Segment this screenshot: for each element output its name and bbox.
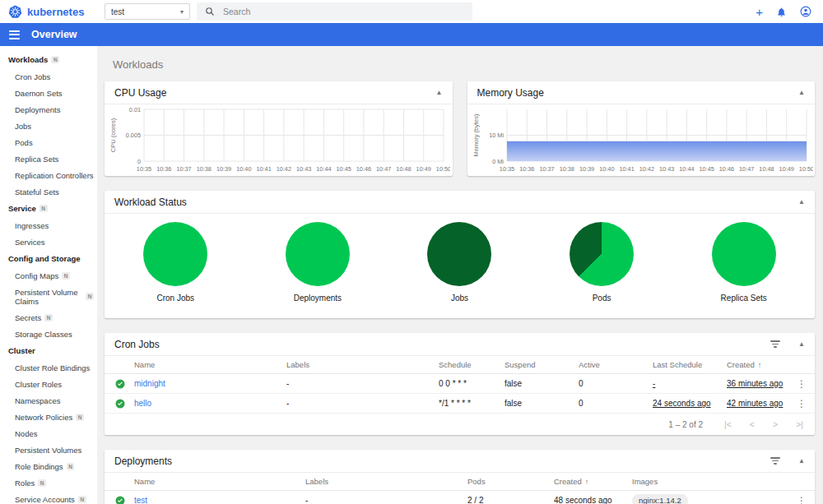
- pie-chart-cron-jobs[interactable]: [143, 222, 207, 286]
- column-header-images[interactable]: Images: [632, 477, 793, 486]
- namespaced-badge: N: [78, 496, 86, 503]
- sidebar-item-service-accounts[interactable]: Service AccountsN: [0, 491, 97, 504]
- sidebar-item-daemon-sets[interactable]: Daemon Sets: [0, 85, 97, 101]
- sort-arrow-icon: ↑: [585, 478, 589, 486]
- sidebar-item-label: Daemon Sets: [15, 89, 63, 98]
- cell-active: 0: [579, 379, 653, 388]
- column-header-last-schedule[interactable]: Last Schedule: [653, 360, 727, 369]
- sidebar-item-label: Replication Controllers: [15, 171, 94, 180]
- column-header-labels[interactable]: Labels: [305, 477, 467, 486]
- column-header-schedule[interactable]: Schedule: [439, 360, 504, 369]
- first-page-icon[interactable]: |<: [724, 419, 732, 429]
- sidebar-nav: WorkloadsNCron JobsDaemon SetsDeployment…: [0, 46, 97, 504]
- cronjob-name-link[interactable]: hello: [134, 399, 151, 408]
- sidebar-item-label: Config Maps: [15, 271, 58, 280]
- sidebar-item-services[interactable]: Services: [0, 234, 97, 250]
- sidebar-section-cluster[interactable]: Cluster: [0, 342, 97, 359]
- svg-text:10:36: 10:36: [156, 165, 171, 173]
- column-header-name[interactable]: Name: [134, 360, 286, 369]
- last-schedule-value[interactable]: 24 seconds ago: [653, 399, 711, 408]
- sidebar-section-workloads[interactable]: WorkloadsN: [0, 51, 97, 68]
- column-header-suspend[interactable]: Suspend: [504, 360, 579, 369]
- kubernetes-logo[interactable]: kubernetes: [0, 5, 97, 19]
- sidebar-item-role-bindings[interactable]: Role BindingsN: [0, 458, 97, 474]
- last-page-icon[interactable]: >|: [796, 419, 803, 429]
- column-header-name[interactable]: Name: [134, 477, 305, 486]
- page-header-title: Overview: [31, 29, 77, 40]
- notifications-bell-icon[interactable]: [776, 7, 787, 17]
- created-value[interactable]: 42 minutes ago: [727, 399, 783, 408]
- user-account-icon[interactable]: [800, 6, 811, 17]
- svg-text:10:46: 10:46: [356, 165, 371, 173]
- previous-page-icon[interactable]: <: [750, 419, 755, 429]
- sidebar-item-cron-jobs[interactable]: Cron Jobs: [0, 68, 97, 85]
- svg-text:10:42: 10:42: [639, 165, 653, 173]
- sidebar-item-persistent-volume-claims[interactable]: Persistent Volume ClaimsN: [0, 284, 97, 309]
- sidebar-item-nodes[interactable]: Nodes: [0, 425, 97, 442]
- pie-chart-jobs[interactable]: [427, 222, 491, 286]
- svg-text:10:41: 10:41: [256, 165, 271, 173]
- column-header-created[interactable]: Created↑: [554, 477, 632, 486]
- deployment-name-link[interactable]: test: [134, 496, 147, 504]
- sidebar-item-cluster-role-bindings[interactable]: Cluster Role Bindings: [0, 359, 97, 376]
- cron-jobs-table: NameLabelsScheduleSuspendActiveLast Sche…: [105, 356, 815, 414]
- create-resource-plus-icon[interactable]: +: [756, 6, 763, 18]
- svg-text:0.005: 0.005: [126, 132, 141, 139]
- search-bar[interactable]: [197, 2, 472, 21]
- column-header-active[interactable]: Active: [579, 360, 653, 369]
- sidebar-item-persistent-volumes[interactable]: Persistent Volumes: [0, 442, 97, 458]
- collapse-caret-icon[interactable]: ▲: [436, 89, 443, 96]
- memory-usage-card: Memory Usage ▲ 10:3510:3610:3710:3810:39…: [467, 81, 816, 176]
- last-schedule-value[interactable]: -: [653, 379, 655, 388]
- created-value[interactable]: 36 minutes ago: [727, 379, 783, 388]
- row-menu-icon[interactable]: ⋮: [793, 495, 815, 504]
- sidebar-section-config-and-storage[interactable]: Config and Storage: [0, 250, 97, 267]
- sidebar-item-storage-classes[interactable]: Storage Classes: [0, 326, 97, 342]
- collapse-caret-icon[interactable]: ▲: [798, 89, 805, 96]
- sidebar-item-stateful-sets[interactable]: Stateful Sets: [0, 183, 97, 200]
- row-menu-icon[interactable]: ⋮: [793, 378, 815, 390]
- sidebar-item-deployments[interactable]: Deployments: [0, 101, 97, 118]
- sidebar-section-service[interactable]: ServiceN: [0, 200, 97, 217]
- filter-list-icon[interactable]: [770, 457, 780, 465]
- collapse-caret-icon[interactable]: ▲: [798, 457, 805, 465]
- cronjob-name-link[interactable]: hello: [134, 399, 286, 408]
- sidebar-item-pods[interactable]: Pods: [0, 134, 97, 150]
- sidebar-item-ingresses[interactable]: Ingresses: [0, 217, 97, 234]
- collapse-caret-icon[interactable]: ▲: [798, 340, 805, 348]
- cronjob-name-link[interactable]: midnight: [134, 379, 165, 388]
- search-input[interactable]: [223, 7, 437, 16]
- svg-text:10:44: 10:44: [679, 165, 694, 173]
- sidebar-item-replica-sets[interactable]: Replica Sets: [0, 150, 97, 167]
- table-header-row: NameLabelsScheduleSuspendActiveLast Sche…: [105, 356, 815, 374]
- filter-list-icon[interactable]: [770, 340, 780, 348]
- collapse-caret-icon[interactable]: ▲: [798, 198, 805, 206]
- namespaced-badge: N: [44, 314, 53, 321]
- column-header-created[interactable]: Created↑: [727, 360, 793, 369]
- pie-chart-replica-sets[interactable]: [712, 222, 776, 286]
- sidebar-item-network-policies[interactable]: Network PoliciesN: [0, 409, 97, 425]
- sidebar-item-jobs[interactable]: Jobs: [0, 118, 97, 134]
- next-page-icon[interactable]: >: [773, 419, 778, 429]
- column-header-labels[interactable]: Labels: [286, 360, 439, 369]
- svg-text:10:43: 10:43: [296, 165, 311, 173]
- hamburger-menu-icon[interactable]: [9, 30, 20, 39]
- sidebar-item-replication-controllers[interactable]: Replication Controllers: [0, 167, 97, 183]
- pie-chart-pods[interactable]: [570, 222, 634, 286]
- pie-chart-deployments[interactable]: [286, 222, 350, 286]
- sidebar-item-namespaces[interactable]: Namespaces: [0, 392, 97, 409]
- row-menu-icon[interactable]: ⋮: [793, 398, 815, 409]
- sidebar-item-roles[interactable]: RolesN: [0, 474, 97, 491]
- sidebar-item-secrets[interactable]: SecretsN: [0, 309, 97, 326]
- sidebar-item-label: Deployments: [15, 105, 60, 114]
- created-value[interactable]: 48 seconds ago: [554, 496, 612, 504]
- svg-text:10:49: 10:49: [779, 165, 793, 173]
- memory-usage-chart: 10:3510:3610:3710:3810:3910:4010:4110:42…: [469, 105, 813, 174]
- sidebar-item-cluster-roles[interactable]: Cluster Roles: [0, 376, 97, 392]
- sidebar-item-config-maps[interactable]: Config MapsN: [0, 267, 97, 284]
- column-header-pods[interactable]: Pods: [467, 477, 554, 486]
- deployment-name-link[interactable]: test: [134, 496, 305, 504]
- image-chip: nginx:1.14.2: [632, 494, 688, 504]
- cronjob-name-link[interactable]: midnight: [134, 379, 286, 388]
- namespace-selector[interactable]: test ▾: [105, 3, 190, 20]
